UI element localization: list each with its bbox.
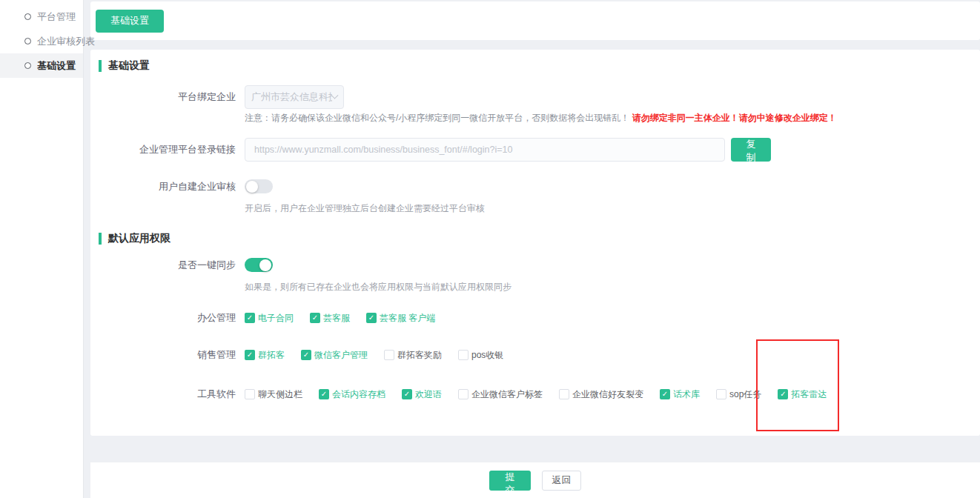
audit-help-row: 开启后，用户在企业管理独立后台创建企业需要经过平台审核 <box>99 202 980 215</box>
permission-checkbox[interactable]: ✓ 欢迎语 <box>402 388 442 401</box>
sidebar-item-basic-settings[interactable]: 基础设置 <box>0 53 83 78</box>
radio-circle-icon <box>24 62 31 69</box>
tab-bar: 基础设置 <box>90 1 980 40</box>
sync-help-row: 如果是，则所有已存在企业也会将应用权限与当前默认应用权限同步 <box>99 281 980 293</box>
section-header-default-permissions: 默认应用权限 <box>99 233 980 245</box>
checkbox-checked-icon: ✓ <box>245 350 255 360</box>
platform-bind-select[interactable]: 广州市芸众信息科技有限公 <box>245 85 344 109</box>
checkbox-checked-icon: ✓ <box>301 350 311 360</box>
platform-bind-row: 平台绑定企业 广州市芸众信息科技有限公 <box>99 85 980 109</box>
platform-bind-note-row: 注意：请务必确保该企业微信和公众号/小程序绑定到同一微信开放平台，否则数据将会出… <box>99 112 980 124</box>
permission-checkbox[interactable]: ✓ 微信客户管理 <box>301 349 368 362</box>
checkbox-unchecked-icon <box>384 350 394 360</box>
sync-label: 是否一键同步 <box>99 259 245 272</box>
section-header-basic-settings: 基础设置 <box>99 60 980 72</box>
note-text: 注意：请务必确保该企业微信和公众号/小程序绑定到同一微信开放平台，否则数据将会出… <box>245 113 629 123</box>
sidebar-item-enterprise-audit-list[interactable]: 企业审核列表 <box>0 29 83 53</box>
permission-checkbox[interactable]: 企业微信好友裂变 <box>559 388 643 401</box>
note-warning-text: 请勿绑定非同一主体企业！请勿中途修改企业绑定！ <box>632 113 837 123</box>
sidebar-item-label: 企业审核列表 <box>37 35 95 48</box>
section-accent-bar <box>99 233 102 245</box>
audit-help-text: 开启后，用户在企业管理独立后台创建企业需要经过平台审核 <box>245 202 485 215</box>
permission-checkbox[interactable]: sop任务 <box>716 388 761 401</box>
login-link-label: 企业管理平台登录链接 <box>99 143 245 156</box>
section-title: 基础设置 <box>108 59 150 73</box>
permission-checkbox[interactable]: ✓ 芸客服 <box>310 312 350 325</box>
checkbox-checked-icon: ✓ <box>402 389 412 399</box>
permission-checkbox[interactable]: ✓ 电子合同 <box>245 312 294 325</box>
back-button[interactable]: 返回 <box>542 471 581 491</box>
tool-software-group: 工具软件 聊天侧边栏 ✓ 会话内容存档 ✓ 欢迎语 企业微信客户标签 <box>99 388 980 401</box>
settings-card: 基础设置 平台绑定企业 广州市芸众信息科技有限公 注意：请务必确保该企业微信和公… <box>90 50 980 436</box>
section-accent-bar <box>99 60 102 72</box>
section-title: 默认应用权限 <box>108 232 170 245</box>
chevron-down-icon <box>331 91 339 99</box>
sync-help-text: 如果是，则所有已存在企业也会将应用权限与当前默认应用权限同步 <box>245 281 511 293</box>
permission-checkbox[interactable]: ✓ 话术库 <box>660 388 700 401</box>
platform-bind-note: 注意：请务必确保该企业微信和公众号/小程序绑定到同一微信开放平台，否则数据将会出… <box>245 112 837 124</box>
permission-checkbox-tuokeleida[interactable]: ✓ 拓客雷达 <box>778 388 827 401</box>
sidebar-item-platform-management[interactable]: 平台管理 <box>0 4 83 29</box>
sales-management-group: 销售管理 ✓ 群拓客 ✓ 微信客户管理 群拓客奖励 pos收银 <box>99 348 980 362</box>
checkbox-unchecked-icon <box>559 389 569 399</box>
permission-checkbox[interactable]: 聊天侧边栏 <box>245 388 302 401</box>
checkbox-unchecked-icon <box>458 350 469 360</box>
audit-label: 用户自建企业审核 <box>99 180 245 193</box>
login-link-input[interactable] <box>245 138 725 162</box>
group-label: 销售管理 <box>99 348 245 362</box>
sidebar-item-label: 基础设置 <box>37 59 76 73</box>
toggle-knob <box>246 181 258 193</box>
audit-toggle[interactable] <box>245 179 273 193</box>
checkbox-checked-icon: ✓ <box>319 389 329 399</box>
group-label: 办公管理 <box>99 311 245 325</box>
main-content: 基础设置 基础设置 平台绑定企业 广州市芸众信息科技有限公 注意：请务必确保该企… <box>90 0 980 498</box>
login-link-row: 企业管理平台登录链接 复制 <box>99 138 980 162</box>
permission-checkbox[interactable]: ✓ 芸客服 客户端 <box>366 312 435 325</box>
office-management-group: 办公管理 ✓ 电子合同 ✓ 芸客服 ✓ 芸客服 客户端 <box>99 311 980 325</box>
sync-toggle[interactable] <box>245 258 273 272</box>
radio-circle-icon <box>24 13 31 20</box>
checkbox-unchecked-icon <box>716 389 726 399</box>
platform-bind-select-value: 广州市芸众信息科技有限公 <box>251 90 332 104</box>
platform-bind-label: 平台绑定企业 <box>99 90 245 104</box>
permission-checkbox[interactable]: ✓ 会话内容存档 <box>319 388 385 401</box>
submit-button[interactable]: 提交 <box>489 471 531 491</box>
sync-toggle-row: 是否一键同步 <box>99 258 980 272</box>
sidebar: 平台管理 企业审核列表 基础设置 <box>0 0 84 498</box>
permission-checkbox[interactable]: 企业微信客户标签 <box>458 388 543 401</box>
toggle-knob <box>259 259 271 271</box>
permission-checkbox[interactable]: pos收银 <box>458 349 503 362</box>
checkbox-checked-icon: ✓ <box>245 313 255 323</box>
checkbox-unchecked-icon <box>245 389 255 399</box>
checkbox-checked-icon: ✓ <box>366 313 377 323</box>
radio-circle-icon <box>24 38 31 44</box>
checkbox-checked-icon: ✓ <box>310 313 320 323</box>
tab-basic-settings[interactable]: 基础设置 <box>96 10 164 33</box>
permission-checkbox[interactable]: ✓ 群拓客 <box>245 349 285 362</box>
checkbox-unchecked-icon <box>458 389 469 399</box>
checkbox-checked-icon: ✓ <box>778 389 788 399</box>
checkbox-checked-icon: ✓ <box>660 389 670 399</box>
audit-toggle-row: 用户自建企业审核 <box>99 179 980 193</box>
group-label: 工具软件 <box>99 388 245 401</box>
sidebar-item-label: 平台管理 <box>37 10 76 24</box>
copy-button[interactable]: 复制 <box>731 138 771 162</box>
permission-checkbox[interactable]: 群拓客奖励 <box>384 349 442 362</box>
footer-action-bar: 提交 返回 <box>90 462 980 498</box>
